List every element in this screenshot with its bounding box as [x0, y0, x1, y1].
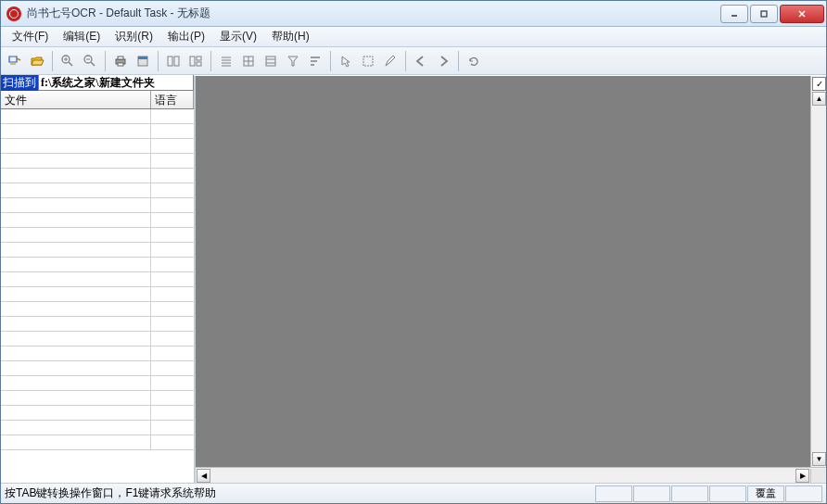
table-row[interactable]	[1, 391, 194, 406]
status-cell	[633, 485, 670, 502]
status-cell	[709, 485, 746, 502]
status-text: 按TAB键转换操作窗口，F1键请求系统帮助	[5, 485, 594, 501]
scan-destination-row: 扫描到 f:\系统之家\新建文件夹	[1, 76, 194, 91]
file-list-panel: 扫描到 f:\系统之家\新建文件夹 文件 语言	[1, 76, 196, 483]
app-icon	[6, 6, 21, 21]
sort-button[interactable]	[305, 51, 325, 71]
toolbar	[1, 47, 826, 75]
toolbar-separator	[210, 51, 211, 71]
vertical-scrollbar[interactable]: ✓ ▲ ▼	[810, 76, 826, 467]
menu-edit[interactable]: 编辑(E)	[56, 27, 108, 46]
toolbar-separator	[405, 51, 406, 71]
table-row[interactable]	[1, 421, 194, 435]
minimize-button[interactable]	[720, 5, 748, 23]
refresh-button[interactable]	[464, 51, 484, 71]
svg-rect-28	[266, 57, 275, 66]
toolbar-separator	[158, 51, 159, 71]
maximize-button[interactable]	[750, 5, 778, 23]
table-row[interactable]	[1, 183, 194, 198]
table-row[interactable]	[1, 346, 194, 361]
back-button[interactable]	[411, 51, 431, 71]
svg-rect-13	[118, 63, 123, 66]
column-headers: 文件 语言	[1, 91, 194, 109]
status-overwrite: 覆盖	[747, 485, 784, 502]
menu-help[interactable]: 帮助(H)	[264, 27, 317, 46]
table-row[interactable]	[1, 361, 194, 376]
svg-line-5	[69, 62, 72, 66]
menu-file[interactable]: 文件(F)	[5, 27, 56, 46]
svg-rect-17	[174, 57, 179, 66]
scan-label: 扫描到	[1, 75, 38, 91]
select-button[interactable]	[358, 51, 378, 71]
svg-rect-16	[168, 57, 172, 66]
menubar: 文件(F) 编辑(E) 识别(R) 输出(P) 显示(V) 帮助(H)	[1, 27, 826, 47]
status-cell	[595, 485, 632, 502]
table-row[interactable]	[1, 139, 194, 154]
table-row[interactable]	[1, 332, 194, 346]
statusbar: 按TAB键转换操作窗口，F1键请求系统帮助 覆盖	[1, 483, 826, 503]
scroll-down-icon[interactable]: ▼	[812, 452, 826, 466]
grid-button-2[interactable]	[261, 51, 281, 71]
scroll-up-icon[interactable]: ▲	[812, 92, 826, 106]
scan-path-field[interactable]: f:\系统之家\新建文件夹	[38, 75, 194, 91]
table-row[interactable]	[1, 258, 194, 272]
table-row[interactable]	[1, 243, 194, 258]
app-window: 尚书七号OCR - Default Task - 无标题 文件(F) 编辑(E)…	[0, 0, 827, 504]
print-button[interactable]	[110, 51, 131, 71]
grid-button-1[interactable]	[238, 51, 259, 71]
table-row[interactable]	[1, 435, 194, 450]
table-row[interactable]	[1, 169, 194, 183]
table-row[interactable]	[1, 406, 194, 421]
filter-button[interactable]	[283, 51, 303, 71]
horizontal-scrollbar[interactable]: ◀ ▶	[196, 467, 826, 483]
menu-output[interactable]: 输出(P)	[160, 27, 212, 46]
header-language[interactable]: 语言	[151, 91, 194, 108]
svg-rect-20	[197, 62, 201, 66]
pen-button[interactable]	[380, 51, 401, 71]
toolbar-separator	[458, 51, 459, 71]
scroll-left-icon[interactable]: ◀	[197, 469, 210, 483]
svg-rect-19	[197, 57, 201, 60]
zoom-out-button[interactable]	[80, 51, 100, 71]
open-button[interactable]	[27, 51, 47, 71]
header-file[interactable]: 文件	[1, 91, 151, 108]
table-row[interactable]	[1, 154, 194, 169]
file-grid[interactable]	[1, 109, 194, 483]
table-row[interactable]	[1, 198, 194, 213]
preview-button[interactable]	[133, 51, 153, 71]
layout-button-2[interactable]	[185, 51, 206, 71]
svg-rect-12	[118, 57, 123, 59]
menu-view[interactable]: 显示(V)	[212, 27, 264, 46]
table-row[interactable]	[1, 302, 194, 317]
table-row[interactable]	[1, 376, 194, 391]
table-row[interactable]	[1, 272, 194, 287]
layout-button-1[interactable]	[163, 51, 184, 71]
preview-panel: ✓ ▲ ▼ ◀ ▶	[196, 76, 826, 483]
table-row[interactable]	[1, 124, 194, 139]
checkbox-icon[interactable]: ✓	[812, 77, 826, 91]
table-row[interactable]	[1, 213, 194, 228]
status-cell	[671, 485, 708, 502]
titlebar[interactable]: 尚书七号OCR - Default Task - 无标题	[1, 1, 826, 27]
svg-rect-1	[761, 11, 767, 17]
table-row[interactable]	[1, 317, 194, 332]
scroll-right-icon[interactable]: ▶	[795, 469, 809, 483]
svg-rect-31	[363, 57, 373, 66]
scan-button[interactable]	[5, 51, 25, 71]
scrollbar-corner	[810, 469, 826, 483]
table-row[interactable]	[1, 287, 194, 302]
zoom-in-button[interactable]	[57, 51, 78, 71]
table-row[interactable]	[1, 228, 194, 243]
toolbar-separator	[52, 51, 53, 71]
list-button[interactable]	[216, 51, 236, 71]
pointer-button[interactable]	[336, 51, 356, 71]
content-area: 扫描到 f:\系统之家\新建文件夹 文件 语言	[1, 75, 826, 483]
forward-button[interactable]	[433, 51, 453, 71]
menu-recognize[interactable]: 识别(R)	[108, 27, 160, 46]
status-cells: 覆盖	[594, 485, 822, 502]
preview-canvas[interactable]: ✓ ▲ ▼	[196, 76, 826, 467]
table-row[interactable]	[1, 109, 194, 124]
svg-rect-15	[138, 57, 147, 59]
close-button[interactable]	[780, 5, 824, 23]
svg-line-9	[91, 62, 95, 66]
